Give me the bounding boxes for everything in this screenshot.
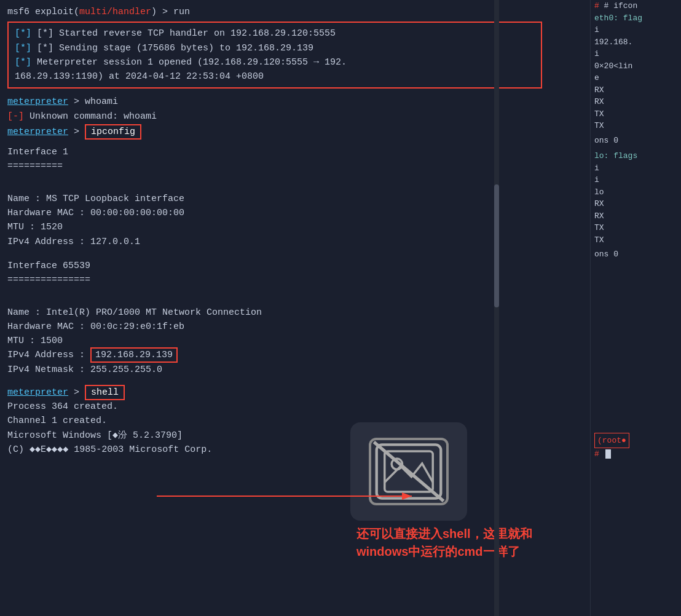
session-open-box: [*] [*] Started reverse TCP handler on 1… xyxy=(7,22,542,89)
right-line-tx1: TX xyxy=(594,108,677,120)
msf-prompt-end: ) > run xyxy=(151,7,190,17)
right-line-1: # # ifcon xyxy=(594,0,677,12)
scrollbar-thumb[interactable] xyxy=(494,184,499,307)
root-hash-line: # xyxy=(594,448,677,460)
right-lo-rx2: RX xyxy=(594,210,677,223)
msf-handler-text: multi/handler xyxy=(79,7,151,17)
right-lo-flags: lo: flags xyxy=(594,150,677,162)
right-panel: # # ifcon eth0: flag i 192.168. i 0×20<l… xyxy=(590,0,681,616)
right-line-i2: i xyxy=(594,48,677,60)
msf-prompt-text: msf6 exploit( xyxy=(7,7,79,17)
right-lo-i1: i xyxy=(594,162,677,175)
no-image-inner xyxy=(369,438,449,505)
right-line-0x20: 0×20<lin xyxy=(594,60,677,73)
right-line-eth0: eth0: flag xyxy=(594,12,677,25)
right-ons2: ons 0 xyxy=(594,248,677,261)
session-line-2: [*] [*] Sending stage (175686 bytes) to … xyxy=(15,41,535,55)
terminal-content: msf6 exploit(multi/handler) > run [*] [*… xyxy=(0,0,590,462)
ipconfig-cmd-box: ipconfig xyxy=(85,124,141,140)
right-lo-addr: lo xyxy=(594,186,677,199)
right-line-i1: i xyxy=(594,24,677,36)
root-prompt-text: (root● xyxy=(597,436,626,445)
right-line-e: e xyxy=(594,72,677,84)
right-line-rx1: RX xyxy=(594,84,677,97)
right-line-tx2: TX xyxy=(594,120,677,132)
session-line-3: [*] Meterpreter session 1 opened (192.16… xyxy=(15,55,535,69)
svg-line-3 xyxy=(374,442,443,501)
no-image-svg xyxy=(371,435,446,508)
image-placeholder xyxy=(350,422,467,521)
ipv4-address-box: 192.168.29.139 xyxy=(90,347,178,363)
session-line-4: 168.29.139:1190) at 2024-04-12 22:53:04 … xyxy=(15,69,535,84)
svg-point-2 xyxy=(392,459,402,469)
right-line-ip: 192.168. xyxy=(594,36,677,49)
right-lo-rx1: RX xyxy=(594,198,677,210)
session-line-1: [*] [*] Started reverse TCP handler on 1… xyxy=(15,26,535,41)
left-panel: msf6 exploit(multi/handler) > run [*] [*… xyxy=(0,0,590,616)
root-prompt-box: (root● xyxy=(594,433,629,449)
right-ons1: ons 0 xyxy=(594,135,677,147)
right-lo-tx1: TX xyxy=(594,222,677,234)
shell-cmd-box: shell xyxy=(85,385,125,400)
right-content: # # ifcon eth0: flag i 192.168. i 0×20<l… xyxy=(593,0,679,460)
cursor-block xyxy=(605,449,611,459)
right-line-rx2: RX xyxy=(594,96,677,108)
right-lo-tx2: TX xyxy=(594,234,677,247)
svg-rect-0 xyxy=(377,444,441,498)
right-lo-i2: i xyxy=(594,174,677,186)
annotation-text: 还可以直接进入shell，这里就和 windows中运行的cmd一样了 xyxy=(356,525,584,561)
svg-rect-1 xyxy=(385,451,433,492)
scrollbar-track[interactable] xyxy=(494,0,499,616)
